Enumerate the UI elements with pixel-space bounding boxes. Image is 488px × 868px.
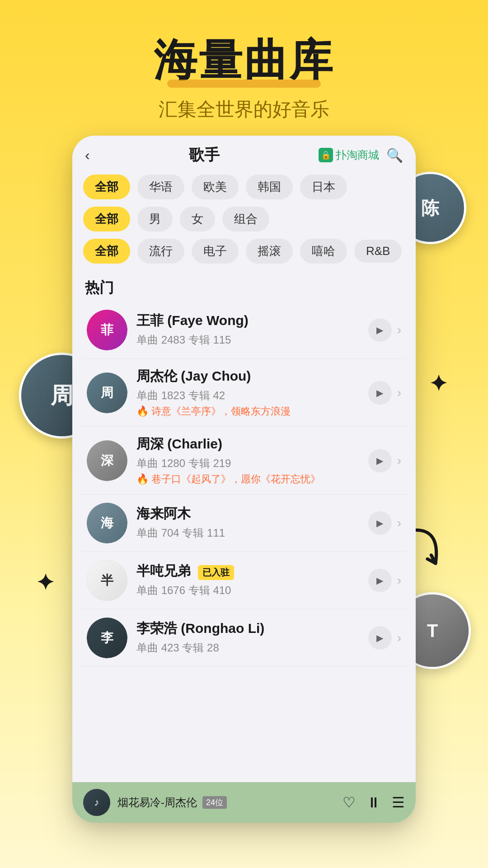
artist-info-li: 李荣浩 (Ronghao Li) 单曲 423 专辑 28 — [136, 619, 359, 657]
chevron-right-hailai: › — [397, 516, 401, 530]
artist-info-charlie: 周深 (Charlie) 单曲 1280 专辑 219 🔥 巷子口《起风了》，愿… — [136, 435, 359, 486]
filter-chip-gender-group[interactable]: 组合 — [222, 207, 269, 231]
filter-chip-genre-electronic[interactable]: 电子 — [192, 239, 239, 264]
artist-controls-li: ▶ › — [368, 626, 401, 650]
artist-stats-hailai: 单曲 704 专辑 111 — [136, 526, 359, 540]
phone-scroll-area[interactable]: ‹ 歌手 🔒 扑淘商城 🔍 全部 华语 欧美 韩国 日本 全部 — [72, 136, 416, 782]
title-underline — [167, 80, 321, 88]
play-button-li[interactable]: ▶ — [368, 626, 392, 650]
play-button-jay[interactable]: ▶ — [368, 381, 392, 405]
artist-item-bantun[interactable]: 半 半吨兄弟 已入驻 单曲 1676 专辑 410 ▶ › — [81, 552, 407, 609]
artist-item-jay[interactable]: 周 周杰伦 (Jay Chou) 单曲 1823 专辑 42 🔥 诗意《兰亭序》… — [81, 359, 407, 427]
page-subtitle: 汇集全世界的好音乐 — [0, 97, 488, 122]
artist-controls-bantun: ▶ › — [368, 569, 401, 592]
filter-chip-region-all[interactable]: 全部 — [83, 175, 130, 199]
star-decoration-1: ✦ — [429, 371, 447, 396]
chevron-right-charlie: › — [397, 453, 401, 468]
filter-chip-genre-rock[interactable]: 摇滚 — [246, 239, 293, 264]
artist-avatar-li: 李 — [87, 618, 127, 658]
back-button[interactable]: ‹ — [85, 147, 90, 164]
shop-badge[interactable]: 🔒 扑淘商城 — [319, 148, 379, 162]
filter-chip-gender-male[interactable]: 男 — [137, 207, 173, 231]
now-playing-controls: ♡ ⏸ ☰ — [343, 794, 405, 811]
now-playing-info: 烟花易冷-周杰伦 24位 — [117, 795, 335, 810]
artist-item-faye[interactable]: 菲 王菲 (Faye Wong) 单曲 2483 专辑 115 ▶ › — [81, 302, 407, 359]
artist-name-bantun: 半吨兄弟 已入驻 — [136, 562, 359, 580]
phone-mockup: ‹ 歌手 🔒 扑淘商城 🔍 全部 华语 欧美 韩国 日本 全部 — [72, 136, 416, 823]
heart-button[interactable]: ♡ — [343, 794, 356, 811]
artist-info-faye: 王菲 (Faye Wong) 单曲 2483 专辑 115 — [136, 311, 359, 349]
quality-badge: 24位 — [202, 796, 227, 809]
filter-chip-gender-female[interactable]: 女 — [180, 207, 215, 231]
filter-chip-gender-all[interactable]: 全部 — [83, 207, 130, 231]
shop-icon: 🔒 — [319, 148, 333, 162]
nav-right-area: 🔒 扑淘商城 🔍 — [319, 147, 403, 163]
artist-item-charlie[interactable]: 深 周深 (Charlie) 单曲 1280 专辑 219 🔥 巷子口《起风了》… — [81, 427, 407, 495]
verified-badge-bantun: 已入驻 — [198, 565, 234, 580]
artist-controls-jay: ▶ › — [368, 381, 401, 405]
filter-row-region: 全部 华语 欧美 韩国 日本 — [83, 175, 405, 199]
artist-stats-li: 单曲 423 专辑 28 — [136, 641, 359, 655]
artist-item-hailai[interactable]: 海 海来阿木 单曲 704 专辑 111 ▶ › — [81, 495, 407, 552]
filter-row-genre: 全部 流行 电子 摇滚 嘻哈 R&B — [83, 239, 405, 264]
filter-chip-region-4[interactable]: 日本 — [300, 175, 347, 199]
filter-chip-genre-hiphop[interactable]: 嘻哈 — [300, 239, 347, 264]
filter-section: 全部 华语 欧美 韩国 日本 全部 男 女 组合 全部 流行 电子 摇滚 嘻哈 … — [72, 175, 416, 264]
play-button-bantun[interactable]: ▶ — [368, 569, 392, 592]
artist-name-hailai: 海来阿木 — [136, 505, 359, 523]
page-title: 海量曲库 — [154, 36, 334, 84]
artist-stats-jay: 单曲 1823 专辑 42 — [136, 388, 359, 403]
nav-bar: ‹ 歌手 🔒 扑淘商城 🔍 — [72, 136, 416, 175]
artist-name-charlie: 周深 (Charlie) — [136, 435, 359, 453]
shop-label: 扑淘商城 — [336, 148, 379, 162]
artist-item-li[interactable]: 李 李荣浩 (Ronghao Li) 单曲 423 专辑 28 ▶ › — [81, 609, 407, 667]
artist-avatar-charlie: 深 — [87, 440, 127, 481]
pause-button[interactable]: ⏸ — [366, 794, 381, 811]
artist-controls-hailai: ▶ › — [368, 511, 401, 535]
artist-tag-charlie: 🔥 巷子口《起风了》，愿你《花开忘忧》 — [136, 472, 359, 486]
artist-controls-faye: ▶ › — [368, 318, 401, 342]
artist-info-bantun: 半吨兄弟 已入驻 单曲 1676 专辑 410 — [136, 562, 359, 599]
hot-section-label: 热门 — [72, 271, 416, 302]
artist-name-li: 李荣浩 (Ronghao Li) — [136, 619, 359, 638]
artist-controls-charlie: ▶ › — [368, 449, 401, 472]
artist-name-jay: 周杰伦 (Jay Chou) — [136, 367, 359, 386]
artist-tag-jay: 🔥 诗意《兰亭序》，领略东方浪漫 — [136, 405, 359, 418]
playlist-button[interactable]: ☰ — [392, 794, 405, 811]
nav-title: 歌手 — [189, 145, 220, 165]
play-button-faye[interactable]: ▶ — [368, 318, 392, 342]
artist-stats-charlie: 单曲 1280 专辑 219 — [136, 456, 359, 471]
now-playing-avatar: ♪ — [83, 789, 110, 816]
header-section: 海量曲库 汇集全世界的好音乐 — [0, 0, 488, 140]
artist-avatar-bantun: 半 — [87, 560, 127, 601]
artist-stats-faye: 单曲 2483 专辑 115 — [136, 333, 359, 347]
artist-avatar-hailai: 海 — [87, 503, 127, 543]
chevron-right-bantun: › — [397, 573, 401, 588]
artist-name-faye: 王菲 (Faye Wong) — [136, 311, 359, 330]
filter-chip-region-1[interactable]: 华语 — [137, 175, 184, 199]
play-button-charlie[interactable]: ▶ — [368, 449, 392, 472]
filter-chip-region-3[interactable]: 韩国 — [246, 175, 293, 199]
artist-stats-bantun: 单曲 1676 专辑 410 — [136, 583, 359, 598]
filter-chip-genre-all[interactable]: 全部 — [83, 239, 130, 264]
filter-chip-genre-rb[interactable]: R&B — [354, 240, 402, 263]
filter-row-gender: 全部 男 女 组合 — [83, 207, 405, 231]
artist-avatar-jay: 周 — [87, 373, 127, 413]
chevron-right-faye: › — [397, 323, 401, 337]
now-playing-bar[interactable]: ♪ 烟花易冷-周杰伦 24位 ♡ ⏸ ☰ — [72, 782, 416, 823]
artist-list: 菲 王菲 (Faye Wong) 单曲 2483 专辑 115 ▶ › 周 周杰… — [72, 302, 416, 667]
artist-avatar-faye: 菲 — [87, 310, 127, 350]
search-icon[interactable]: 🔍 — [386, 147, 403, 163]
filter-chip-genre-pop[interactable]: 流行 — [137, 239, 184, 264]
artist-info-jay: 周杰伦 (Jay Chou) 单曲 1823 专辑 42 🔥 诗意《兰亭序》，领… — [136, 367, 359, 418]
filter-chip-region-2[interactable]: 欧美 — [192, 175, 239, 199]
chevron-right-li: › — [397, 631, 401, 645]
chevron-right-jay: › — [397, 386, 401, 400]
now-playing-title: 烟花易冷-周杰伦 — [117, 795, 197, 810]
star-decoration-2: ✦ — [36, 570, 54, 595]
play-button-hailai[interactable]: ▶ — [368, 511, 392, 535]
artist-info-hailai: 海来阿木 单曲 704 专辑 111 — [136, 505, 359, 542]
